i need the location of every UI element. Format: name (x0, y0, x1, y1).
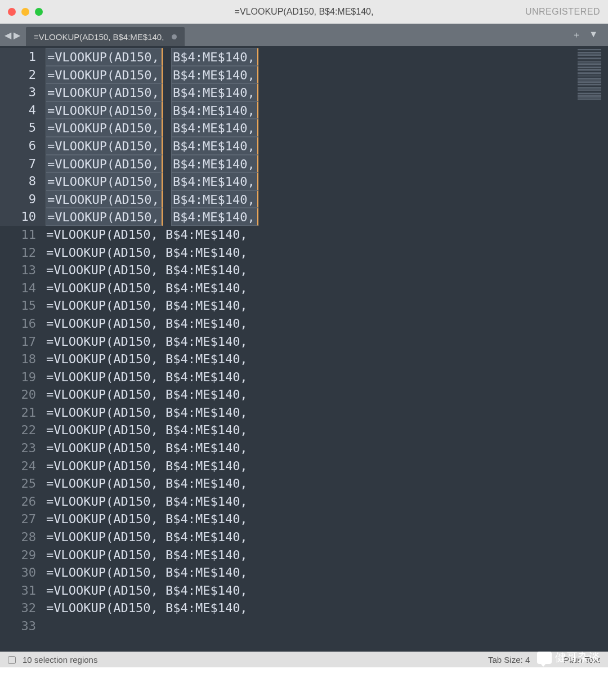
line-number[interactable]: 4 (0, 101, 46, 119)
code-line[interactable]: =VLOOKUP(AD150, B$4:ME$140, (46, 279, 608, 297)
code-line[interactable]: =VLOOKUP(AD150, B$4:ME$140, (46, 564, 608, 582)
line-number[interactable]: 6 (0, 137, 46, 155)
code-line[interactable] (46, 617, 608, 635)
tab-dirty-indicator-icon (172, 34, 177, 39)
tab-nav-arrows: ◀ ▶ (5, 30, 26, 41)
code-line[interactable]: =VLOOKUP(AD150, B$4:ME$140, (46, 315, 608, 333)
code-line[interactable]: =VLOOKUP(AD150, B$4:ME$140, (46, 333, 608, 351)
code-line[interactable]: =VLOOKUP(AD150, B$4:ME$140, (46, 155, 608, 173)
code-line[interactable]: =VLOOKUP(AD150, B$4:ME$140, (46, 404, 608, 422)
code-line[interactable]: =VLOOKUP(AD150, B$4:ME$140, (46, 48, 608, 66)
line-number[interactable]: 18 (0, 350, 46, 368)
line-number-gutter[interactable]: 1234567891011121314151617181920212223242… (0, 46, 46, 652)
code-line[interactable]: =VLOOKUP(AD150, B$4:ME$140, (46, 599, 608, 617)
line-number[interactable]: 19 (0, 368, 46, 386)
code-line[interactable]: =VLOOKUP(AD150, B$4:ME$140, (46, 66, 608, 84)
code-line[interactable]: =VLOOKUP(AD150, B$4:ME$140, (46, 439, 608, 457)
line-number[interactable]: 30 (0, 564, 46, 582)
line-number[interactable]: 27 (0, 510, 46, 528)
code-line[interactable]: =VLOOKUP(AD150, B$4:ME$140, (46, 546, 608, 564)
code-line[interactable]: =VLOOKUP(AD150, B$4:ME$140, (46, 172, 608, 190)
tab-active[interactable]: =VLOOKUP(AD150, B$4:ME$140, (26, 27, 185, 46)
window-titlebar[interactable]: =VLOOKUP(AD150, B$4:ME$140, UNREGISTERED (0, 0, 608, 24)
line-number[interactable]: 17 (0, 333, 46, 351)
tab-nav-back-icon[interactable]: ◀ (5, 30, 11, 41)
registration-status: UNREGISTERED (525, 7, 600, 17)
line-number[interactable]: 25 (0, 475, 46, 493)
window-maximize-button[interactable] (35, 8, 43, 16)
bottom-padding (0, 667, 608, 700)
line-number[interactable]: 20 (0, 386, 46, 404)
window-close-button[interactable] (8, 8, 16, 16)
tab-label: =VLOOKUP(AD150, B$4:ME$140, (34, 32, 164, 42)
line-number[interactable]: 29 (0, 546, 46, 564)
line-number[interactable]: 8 (0, 172, 46, 190)
line-number[interactable]: 24 (0, 457, 46, 475)
line-number[interactable]: 1 (0, 48, 46, 66)
tab-dropdown-icon[interactable]: ▼ (589, 29, 598, 41)
code-line[interactable]: =VLOOKUP(AD150, B$4:ME$140, (46, 582, 608, 600)
code-line[interactable]: =VLOOKUP(AD150, B$4:ME$140, (46, 510, 608, 528)
line-number[interactable]: 5 (0, 119, 46, 137)
window-minimize-button[interactable] (21, 8, 29, 16)
status-tab-size[interactable]: Tab Size: 4 (488, 655, 530, 665)
code-line[interactable]: =VLOOKUP(AD150, B$4:ME$140, (46, 137, 608, 155)
line-number[interactable]: 15 (0, 297, 46, 315)
code-line[interactable]: =VLOOKUP(AD150, B$4:ME$140, (46, 368, 608, 386)
code-line[interactable]: =VLOOKUP(AD150, B$4:ME$140, (46, 208, 608, 226)
line-number[interactable]: 9 (0, 190, 46, 208)
status-selection-info[interactable]: 10 selection regions (23, 655, 97, 665)
code-line[interactable]: =VLOOKUP(AD150, B$4:ME$140, (46, 350, 608, 368)
window-title: =VLOOKUP(AD150, B$4:ME$140, (235, 7, 374, 17)
code-line[interactable]: =VLOOKUP(AD150, B$4:ME$140, (46, 119, 608, 137)
code-line[interactable]: =VLOOKUP(AD150, B$4:ME$140, (46, 421, 608, 439)
line-number[interactable]: 31 (0, 582, 46, 600)
line-number[interactable]: 21 (0, 404, 46, 422)
code-line[interactable]: =VLOOKUP(AD150, B$4:ME$140, (46, 244, 608, 262)
line-number[interactable]: 3 (0, 83, 46, 101)
line-number[interactable]: 12 (0, 244, 46, 262)
line-number[interactable]: 10 (0, 208, 46, 226)
watermark-text: 健哥杂谈 (555, 650, 600, 665)
line-number[interactable]: 13 (0, 261, 46, 279)
code-content[interactable]: =VLOOKUP(AD150, B$4:ME$140,=VLOOKUP(AD15… (46, 46, 608, 652)
line-number[interactable]: 22 (0, 421, 46, 439)
tab-bar: ◀ ▶ =VLOOKUP(AD150, B$4:ME$140, ＋ ▼ (0, 24, 608, 46)
code-line[interactable]: =VLOOKUP(AD150, B$4:ME$140, (46, 457, 608, 475)
tab-nav-forward-icon[interactable]: ▶ (14, 30, 20, 41)
code-line[interactable]: =VLOOKUP(AD150, B$4:ME$140, (46, 386, 608, 404)
status-bar: 10 selection regions Tab Size: 4 Plain T… (0, 652, 608, 667)
wechat-icon (537, 652, 552, 664)
line-number[interactable]: 7 (0, 155, 46, 173)
code-line[interactable]: =VLOOKUP(AD150, B$4:ME$140, (46, 493, 608, 511)
watermark: 健哥杂谈 (537, 650, 600, 665)
editor-area[interactable]: 1234567891011121314151617181920212223242… (0, 46, 608, 652)
line-number[interactable]: 28 (0, 528, 46, 546)
line-number[interactable]: 16 (0, 315, 46, 333)
new-tab-icon[interactable]: ＋ (572, 29, 581, 41)
traffic-lights (8, 8, 43, 16)
line-number[interactable]: 23 (0, 439, 46, 457)
code-line[interactable]: =VLOOKUP(AD150, B$4:ME$140, (46, 190, 608, 208)
code-line[interactable]: =VLOOKUP(AD150, B$4:ME$140, (46, 83, 608, 101)
line-number[interactable]: 26 (0, 493, 46, 511)
code-line[interactable]: =VLOOKUP(AD150, B$4:ME$140, (46, 475, 608, 493)
code-line[interactable]: =VLOOKUP(AD150, B$4:ME$140, (46, 528, 608, 546)
tab-bar-right: ＋ ▼ (572, 29, 603, 41)
minimap[interactable] (578, 49, 601, 100)
code-line[interactable]: =VLOOKUP(AD150, B$4:ME$140, (46, 101, 608, 119)
line-number[interactable]: 14 (0, 279, 46, 297)
code-line[interactable]: =VLOOKUP(AD150, B$4:ME$140, (46, 226, 608, 244)
line-number[interactable]: 2 (0, 66, 46, 84)
panel-toggle-icon[interactable] (8, 656, 16, 664)
code-line[interactable]: =VLOOKUP(AD150, B$4:ME$140, (46, 297, 608, 315)
code-line[interactable]: =VLOOKUP(AD150, B$4:ME$140, (46, 261, 608, 279)
line-number[interactable]: 32 (0, 599, 46, 617)
line-number[interactable]: 33 (0, 617, 46, 635)
line-number[interactable]: 11 (0, 226, 46, 244)
